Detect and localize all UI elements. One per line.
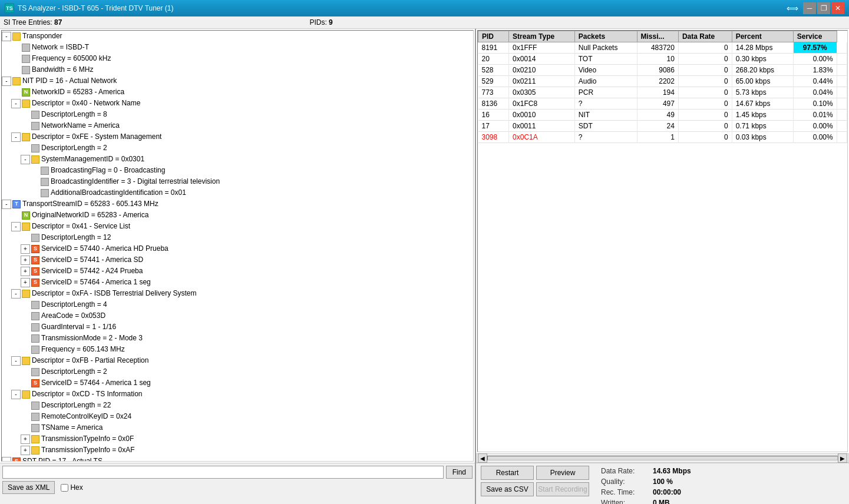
table-row[interactable]: 5290x0211Audio2202065.00 kbps0.44% [478, 76, 847, 87]
table-row[interactable]: 170x0011SDT2400.71 kbps0.00% [478, 121, 847, 132]
search-input[interactable] [2, 466, 444, 479]
expander-collapse[interactable]: - [2, 77, 11, 86]
expander-collapse[interactable]: - [2, 457, 11, 462]
tree-item[interactable]: -SSDT PID = 17 - Actual TS [2, 456, 473, 462]
tree-label: Network = ISBD-T [32, 42, 89, 52]
tree-item[interactable]: GuardInterval = 1 - 1/16 [2, 321, 473, 333]
service-cell [837, 76, 847, 87]
tree-item[interactable]: -Descriptor = 0xCD - TS Information [2, 389, 473, 400]
tree-item[interactable]: AdditionalBroadcastingIdentification = 0… [2, 187, 473, 198]
tree-item[interactable]: NetworkName = America [2, 120, 473, 131]
tree-item[interactable]: BroadcastingIdentifier = 3 - Digital ter… [2, 176, 473, 187]
expander-expand[interactable]: + [21, 256, 30, 265]
si-tree-count: 87 [54, 18, 62, 26]
expander-collapse[interactable]: - [21, 155, 30, 164]
tree-item[interactable]: -Descriptor = 0xFB - Partial Reception [2, 355, 473, 366]
restore-button[interactable]: ❐ [817, 2, 830, 14]
node-icon: N [22, 211, 30, 220]
quality-row: Quality: 100 % [601, 476, 844, 487]
tree-item[interactable]: DescriptorLength = 8 [2, 109, 473, 120]
tree-item[interactable]: +SServiceID = 57442 - A24 Prueba [2, 266, 473, 277]
pid-cell: 8136 [478, 98, 509, 110]
expander-expand[interactable]: + [21, 446, 30, 455]
node-icon [31, 435, 39, 443]
hex-checkbox[interactable] [61, 484, 68, 492]
tree-item[interactable]: -Descriptor = 0xFE - System Management [2, 131, 473, 142]
minimize-button[interactable]: ─ [803, 2, 816, 14]
data-rate-cell: 65.00 kbps [732, 76, 793, 87]
tree-item[interactable]: DescriptorLength = 2 [2, 142, 473, 154]
pid-column-header: Data Rate [678, 31, 732, 42]
tree-item[interactable]: Network = ISBD-T [2, 42, 473, 53]
tree-item[interactable]: +SServiceID = 57441 - America SD [2, 254, 473, 266]
expander-expand[interactable]: + [21, 267, 30, 276]
tree-item[interactable]: DescriptorLength = 22 [2, 400, 473, 411]
expander-collapse[interactable]: - [11, 99, 21, 108]
table-row[interactable]: 81360x1FC8?497014.67 kbps0.10% [478, 98, 847, 110]
close-button[interactable]: ✕ [831, 2, 844, 14]
pid-table-container[interactable]: PIDStream TypePacketsMissi...Data RatePe… [477, 30, 848, 452]
expander-collapse[interactable]: - [2, 200, 11, 209]
tree-item[interactable]: +TransmissionTypeInfo = 0xAF [2, 445, 473, 456]
tree-item[interactable]: -Descriptor = 0xFA - ISDB Terrestrial De… [2, 288, 473, 299]
tree-item[interactable]: DescriptorLength = 12 [2, 232, 473, 243]
hex-checkbox-label[interactable]: Hex [61, 483, 82, 492]
tree-item[interactable]: +SServiceID = 57464 - America 1 seg [2, 277, 473, 288]
expander-expand[interactable]: + [21, 278, 30, 287]
tree-item[interactable]: Bandwidth = 6 MHz [2, 64, 473, 75]
tree-item[interactable]: AreaCode = 0x053D [2, 310, 473, 321]
tree-label: Descriptor = 0xCD - TS Information [32, 389, 143, 399]
tree-item[interactable]: NNetworkID = 65283 - America [2, 87, 473, 98]
expander-expand[interactable]: + [21, 244, 30, 254]
tree-item[interactable]: SServiceID = 57464 - America 1 seg [2, 377, 473, 389]
tree-item[interactable]: TSName = America [2, 422, 473, 433]
save-xml-button[interactable]: Save as XML [2, 481, 55, 494]
table-row[interactable]: 81910x1FFFNull Packets483720014.28 Mbps9… [478, 42, 847, 54]
tree-item[interactable]: -TTransportStreamID = 65283 - 605.143 MH… [2, 198, 473, 210]
scroll-track[interactable] [487, 456, 838, 460]
tree-item[interactable]: Frequency = 605000 kHz [2, 53, 473, 64]
table-row[interactable]: 30980x0C1A?100.03 kbps0.00% [478, 132, 847, 143]
table-row[interactable]: 5280x0210Video90860268.20 kbps1.83% [478, 65, 847, 76]
expander-expand[interactable]: + [21, 435, 30, 444]
horizontal-scrollbar[interactable]: ◀ ▶ [476, 453, 849, 463]
tree-item[interactable]: RemoteControlKeyID = 0x24 [2, 411, 473, 422]
expander-collapse[interactable]: - [11, 356, 21, 366]
expander-collapse[interactable]: - [11, 289, 21, 299]
tree-label: DescriptorLength = 12 [41, 233, 111, 243]
scroll-left-button[interactable]: ◀ [478, 453, 487, 463]
tree-item[interactable]: TransmissionMode = 2 - Mode 3 [2, 333, 473, 344]
resize-button[interactable]: ⟺ [784, 2, 801, 14]
expander-collapse[interactable]: - [11, 390, 21, 399]
tree-item[interactable]: -Descriptor = 0x41 - Service List [2, 221, 473, 232]
tree-item[interactable]: Frequency = 605.143 MHz [2, 344, 473, 355]
tree-item[interactable]: -Descriptor = 0x40 - Network Name [2, 98, 473, 109]
find-button[interactable]: Find [446, 466, 473, 479]
pid-cell: 3098 [478, 132, 509, 143]
tree-item[interactable]: DescriptorLength = 4 [2, 299, 473, 310]
tree-item[interactable]: -Transponder [2, 31, 473, 42]
search-row: Find [2, 466, 473, 479]
tree-container[interactable]: -TransponderNetwork = ISBD-TFrequency = … [1, 30, 474, 462]
expander-collapse[interactable]: - [11, 222, 21, 231]
table-row[interactable]: 160x0010NIT4901.45 kbps0.01% [478, 110, 847, 121]
tree-item[interactable]: NOriginalNetworkID = 65283 - America [2, 210, 473, 221]
tree-item[interactable]: +SServiceID = 57440 - America HD Prueba [2, 243, 473, 254]
preview-button[interactable]: Preview [536, 466, 589, 480]
expander-collapse[interactable]: - [11, 132, 21, 142]
tree-item[interactable]: -NIT PID = 16 - Actual Network [2, 75, 473, 87]
tree-item[interactable]: DescriptorLength = 2 [2, 366, 473, 377]
save-csv-button[interactable]: Save as CSV [481, 482, 534, 496]
service-cell [837, 132, 847, 143]
tree-item[interactable]: -SystemManagementID = 0x0301 [2, 154, 473, 165]
tree-item[interactable]: +TransmissionTypeInfo = 0x0F [2, 433, 473, 445]
tree-item[interactable]: BroadcastingFlag = 0 - Broadcasting [2, 165, 473, 176]
restart-button[interactable]: Restart [481, 466, 534, 480]
data-rate-row: Data Rate: 14.63 Mbps [601, 466, 844, 476]
expander-collapse[interactable]: - [2, 32, 11, 41]
start-recording-button[interactable]: Start Recording [536, 482, 589, 496]
table-row[interactable]: 200x0014TOT1000.30 kbps0.00% [478, 54, 847, 65]
scroll-right-button[interactable]: ▶ [838, 453, 847, 463]
service-cell [837, 54, 847, 65]
table-row[interactable]: 7730x0305PCR19405.73 kbps0.04% [478, 87, 847, 98]
